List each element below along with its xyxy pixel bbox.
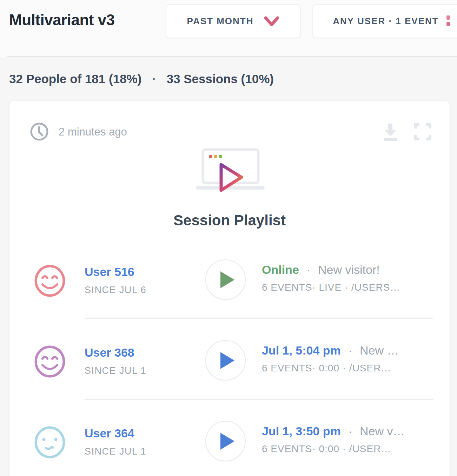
- user-link[interactable]: User 364: [85, 427, 134, 440]
- funnel-stats: 32 People of 181 (18%) · 33 Sessions (10…: [9, 72, 274, 86]
- happy-face-icon: [34, 345, 66, 378]
- date-range-label: PAST MONTH: [187, 16, 254, 27]
- play-icon: [220, 352, 234, 369]
- session-row: User 516 SINCE JUL 6 Online · New visito…: [9, 250, 450, 311]
- play-session-button[interactable]: [205, 340, 246, 381]
- session-playlist-icon: [193, 146, 267, 194]
- session-status-note: New visitor!: [318, 263, 380, 276]
- page-title: Multivariant v3: [9, 11, 115, 29]
- session-status-note: New …: [360, 344, 399, 357]
- user-link[interactable]: User 516: [85, 265, 134, 279]
- user-link[interactable]: User 368: [85, 346, 134, 359]
- fullscreen-icon[interactable]: [414, 123, 431, 140]
- sessions-stat: 33 Sessions (10%): [167, 72, 274, 86]
- last-updated-text: 2 minutes ago: [59, 126, 127, 138]
- session-playlist-card: 2 minutes ago: [9, 101, 450, 476]
- row-divider: [85, 318, 433, 319]
- user-since: SINCE JUL 1: [85, 446, 146, 457]
- row-divider: [85, 399, 433, 400]
- session-details: 6 EVENTS· 0:00 · /USER…: [262, 443, 391, 455]
- status-separator: ·: [348, 424, 352, 438]
- user-since: SINCE JUL 1: [85, 365, 146, 376]
- user-since: SINCE JUL 6: [85, 285, 146, 296]
- filter-label: ANY USER · 1 EVENT: [333, 16, 438, 27]
- session-details: 6 EVENTS· LIVE · /USERS…: [262, 282, 400, 293]
- date-range-button[interactable]: PAST MONTH: [166, 4, 301, 38]
- clock-icon: [30, 122, 49, 141]
- header: Multivariant v3 PAST MONTH ANY USER · 1 …: [0, 0, 457, 57]
- status-separator: ·: [348, 344, 352, 357]
- session-status: Jul 1, 3:50 pm · New v…: [262, 424, 405, 438]
- chevron-down-icon: [264, 16, 279, 27]
- play-session-button[interactable]: [205, 421, 246, 461]
- people-stat: 32 People of 181 (18%): [9, 72, 141, 86]
- header-divider: [7, 56, 457, 57]
- wink-face-icon: [34, 426, 66, 458]
- play-icon: [220, 433, 234, 450]
- play-icon: [220, 271, 234, 288]
- session-status: Jul 1, 5:04 pm · New …: [262, 344, 399, 357]
- filter-button[interactable]: ANY USER · 1 EVENT: [312, 4, 457, 38]
- happy-face-icon: [34, 265, 66, 297]
- clipped-pink-icon: [446, 15, 450, 27]
- session-row: User 368 SINCE JUL 1 Jul 1, 5:04 pm · Ne…: [9, 330, 450, 392]
- session-status: Online · New visitor!: [262, 263, 380, 277]
- session-status-primary[interactable]: Online: [262, 263, 299, 276]
- stats-separator: ·: [152, 72, 156, 86]
- download-icon[interactable]: [381, 122, 400, 141]
- play-session-button[interactable]: [205, 259, 246, 300]
- session-status-note: New v…: [360, 424, 405, 438]
- session-details: 6 EVENTS· 0:00 · /USER…: [262, 363, 391, 374]
- session-status-primary[interactable]: Jul 1, 3:50 pm: [262, 424, 341, 438]
- session-row: User 364 SINCE JUL 1 Jul 1, 3:50 pm · Ne…: [9, 411, 450, 472]
- status-separator: ·: [306, 263, 310, 276]
- card-title: Session Playlist: [9, 212, 450, 229]
- session-status-primary[interactable]: Jul 1, 5:04 pm: [262, 344, 341, 357]
